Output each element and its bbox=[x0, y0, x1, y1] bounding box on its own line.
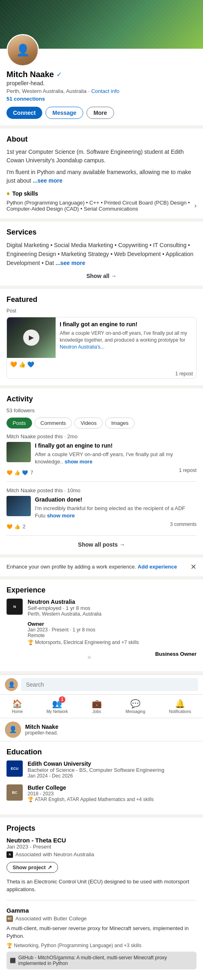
butler-years: 2018 - 2023 bbox=[28, 791, 197, 797]
nav-bar: 👤 🏠 Home 👥 1 My Network 💼 Jobs 💬 Messagi… bbox=[0, 674, 203, 718]
exp-owner-dates: Jan 2023 · Present · 1 yr 8 mos bbox=[28, 627, 197, 633]
nav-home[interactable]: 🏠 Home bbox=[9, 697, 26, 715]
top-skills-label: Top skills bbox=[12, 190, 38, 197]
location-text: Perth, Western Australia, Australia bbox=[6, 88, 86, 94]
nav-home-label: Home bbox=[12, 709, 23, 714]
close-button[interactable]: ✕ bbox=[187, 562, 197, 571]
more-button[interactable]: More bbox=[86, 107, 114, 119]
reaction-3: 💙 bbox=[27, 361, 34, 368]
exp-owner-location: Remote bbox=[28, 633, 197, 638]
contact-info-link[interactable]: Contact info bbox=[91, 88, 119, 94]
messaging-icon: 💬 bbox=[130, 699, 140, 709]
diamond-icon: ♦ bbox=[6, 190, 10, 197]
show-more-1[interactable]: show more bbox=[65, 459, 93, 465]
theta-assoc-logo: N bbox=[6, 851, 13, 858]
ecu-edu-logo: ECU bbox=[6, 760, 23, 777]
repost-count: 1 repost bbox=[7, 371, 196, 378]
post1-reaction-3: 💙 bbox=[22, 470, 28, 476]
experience-card: Experience N Neutron Australia Self-empl… bbox=[0, 579, 203, 671]
gamma-desc: A multi-client, multi-server reverse pro… bbox=[6, 924, 197, 940]
post1-repost-count: 1 repost bbox=[179, 467, 197, 476]
butler-edu-logo: BC bbox=[6, 784, 23, 801]
show-all-posts[interactable]: Show all posts → bbox=[6, 541, 197, 548]
action-buttons: Connect Message More bbox=[0, 107, 203, 119]
post-title-2: Graduation done! bbox=[35, 496, 197, 504]
exp-type: Self-employed · 1 yr 8 mos bbox=[28, 605, 197, 611]
arrow-icon[interactable]: › bbox=[194, 202, 197, 209]
exp-item-neutron: N Neutron Australia Self-employed · 1 yr… bbox=[6, 599, 197, 659]
gamma-name: Gamma bbox=[6, 907, 197, 914]
gamma-assoc: BC Associated with Butler College bbox=[6, 915, 197, 922]
exp-location: Perth, Western Australia, Australia bbox=[28, 611, 197, 617]
featured-post[interactable]: ▶ I finally got an engine to run! After … bbox=[6, 317, 197, 379]
add-experience-link[interactable]: Add experience bbox=[138, 564, 177, 570]
post-title-1: I finally got an engine to run! bbox=[35, 442, 197, 450]
butler-school-name[interactable]: Butler College bbox=[28, 784, 197, 791]
activity-tabs: Posts Comments Videos Images bbox=[6, 418, 197, 429]
skills-text: Python (Programming Language) • C++ • Pr… bbox=[6, 200, 194, 212]
tab-comments[interactable]: Comments bbox=[35, 418, 72, 429]
tab-images[interactable]: Images bbox=[105, 418, 135, 429]
activity-card: Activity 53 followers Posts Comments Vid… bbox=[0, 388, 203, 554]
activity-post-1: Mitch Naake posted this · 2mo I finally … bbox=[6, 433, 197, 482]
post1-reaction-1: 🧡 bbox=[6, 470, 13, 476]
search-input[interactable] bbox=[21, 678, 198, 691]
education-title: Education bbox=[6, 748, 197, 756]
play-button[interactable]: ▶ bbox=[23, 330, 39, 346]
post-body-2: I'm incredibly thankful for being electe… bbox=[35, 505, 197, 519]
gamma-assoc-logo: BC bbox=[6, 915, 13, 922]
post1-reaction-count: 7 bbox=[30, 470, 33, 476]
reaction-2: 👍 bbox=[19, 361, 26, 368]
about-text-2: I'm fluent in Python and many available … bbox=[6, 168, 197, 185]
about-text-1: 1st year Computer Science (m. Software E… bbox=[6, 148, 197, 165]
tab-videos[interactable]: Videos bbox=[74, 418, 103, 429]
theta-dates: Jan 2023 - Present bbox=[6, 844, 197, 850]
neutron-link[interactable]: Neutron Australia's... bbox=[60, 344, 104, 350]
github-icon: ⬛ bbox=[10, 958, 16, 963]
show-more-2[interactable]: show more bbox=[47, 513, 75, 519]
ecu-years: Jan 2024 - Dec 2026 bbox=[28, 773, 197, 779]
ecu-school-name[interactable]: Edith Cowan University bbox=[28, 760, 197, 767]
nav-notifications-label: Notifications bbox=[169, 709, 191, 714]
nav-jobs[interactable]: 💼 Jobs bbox=[89, 697, 105, 715]
github-link[interactable]: ⬛ GitHub - MitchOS/gamma: A multi-client… bbox=[6, 952, 197, 969]
post-meta-2: Mitch Naake posted this · 10mo bbox=[6, 487, 197, 493]
project-theta: Neutron - Theta ECU Jan 2023 - Present N… bbox=[6, 837, 197, 900]
featured-card: Featured Post ▶ I finally got an engine … bbox=[0, 289, 203, 385]
post2-reaction-count: 2 bbox=[23, 524, 26, 530]
nav-mini-avatar[interactable]: 👤 bbox=[5, 678, 18, 691]
external-link-icon: ↗ bbox=[48, 864, 52, 870]
activity-title: Activity bbox=[6, 395, 197, 403]
location-row: Perth, Western Australia, Australia · Co… bbox=[6, 88, 197, 94]
notifications-icon: 🔔 bbox=[175, 699, 185, 709]
see-more-about[interactable]: ...see more bbox=[33, 177, 63, 184]
neutron-exp-logo: N bbox=[6, 599, 23, 615]
reaction-1: 🧡 bbox=[10, 361, 17, 368]
nav-user-avatar[interactable]: 👤 bbox=[5, 722, 21, 738]
show-project-button[interactable]: Show project ↗ bbox=[6, 862, 58, 873]
post-thumb-2 bbox=[6, 496, 31, 516]
services-text: Digital Marketing • Social Media Marketi… bbox=[6, 241, 197, 268]
nav-user-info: 👤 Mitch Naake propeller-head. bbox=[0, 718, 203, 741]
activity-post-2: Mitch Naake posted this · 10mo Graduatio… bbox=[6, 487, 197, 536]
dot-divider bbox=[88, 656, 91, 659]
featured-post-title: I finally got an engine to run! bbox=[60, 321, 193, 329]
ecu-degree: Bachelor of Science - BS, Computer Softw… bbox=[28, 767, 197, 773]
exp-company-name[interactable]: Neutron Australia bbox=[28, 599, 197, 605]
show-all-services[interactable]: Show all → bbox=[6, 273, 197, 279]
post-meta-1: Mitch Naake posted this · 2mo bbox=[6, 433, 197, 439]
services-card: Services Digital Marketing • Social Medi… bbox=[0, 222, 203, 286]
nav-network-label: My Network bbox=[46, 709, 68, 714]
tab-posts[interactable]: Posts bbox=[6, 418, 32, 429]
connect-button[interactable]: Connect bbox=[6, 107, 42, 119]
experience-title: Experience bbox=[6, 586, 197, 594]
see-more-services[interactable]: ...see more bbox=[56, 260, 85, 266]
nav-notifications[interactable]: 🔔 Notifications bbox=[166, 697, 194, 715]
gamma-skills: 🏆 Networking, Python (Programming Langua… bbox=[6, 943, 197, 948]
nav-my-network[interactable]: 👥 1 My Network bbox=[43, 697, 71, 715]
message-button[interactable]: Message bbox=[45, 107, 83, 119]
exp-owner-skills: 🏆 Motorsports, Electrical Engineering an… bbox=[28, 640, 197, 645]
connections-count[interactable]: 51 connections bbox=[6, 96, 197, 102]
nav-messaging[interactable]: 💬 Messaging bbox=[122, 697, 148, 715]
nav-user-name[interactable]: Mitch Naake bbox=[25, 724, 58, 730]
